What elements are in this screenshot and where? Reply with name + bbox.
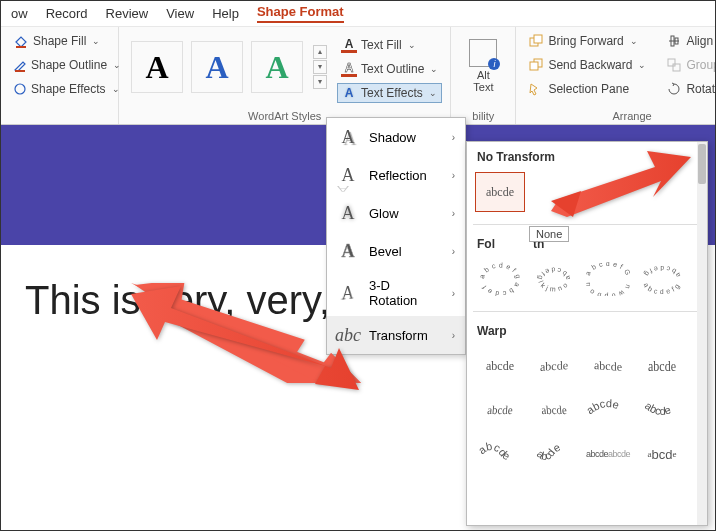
tab-review[interactable]: Review <box>106 6 149 21</box>
warp-thumb-1[interactable]: abcde <box>475 346 525 386</box>
follow-path-thumb-2[interactable]: a b c d e f g l k j m n o <box>529 259 579 299</box>
send-backward-button[interactable]: Send Backward⌄ <box>524 55 650 75</box>
warp-thumb-7[interactable]: abcde <box>583 390 633 430</box>
bevel-icon: A <box>337 240 359 262</box>
paint-bucket-icon <box>13 33 29 49</box>
rotate-button[interactable]: Rotate⌄ <box>662 79 716 99</box>
chevron-down-icon: ⌄ <box>429 88 437 98</box>
shape-effects-button[interactable]: Shape Effects⌄ <box>9 79 110 99</box>
follow-path-title: Follow PathFollow Path <box>467 229 707 255</box>
transform-flyout: No Transform abcde None Follow PathFollo… <box>466 141 708 526</box>
warp-thumb-8[interactable]: abcde <box>637 390 687 430</box>
glow-icon: A <box>337 202 359 224</box>
group-accessibility: Alt Text bility <box>451 27 516 124</box>
text-effects-menu: AShadow› AAReflection› AGlow› ABevel› A3… <box>326 117 466 355</box>
tab-window[interactable]: ow <box>11 6 28 21</box>
menu-reflection[interactable]: AAReflection› <box>327 156 465 194</box>
text-effects-button[interactable]: AText Effects⌄ <box>337 83 442 103</box>
menu-3d-rotation[interactable]: A3-D Rotation› <box>327 270 465 316</box>
gallery-spinner[interactable]: ▴▾▾ <box>313 45 327 89</box>
wordart-preset-2[interactable]: A <box>191 41 243 93</box>
alt-text-icon <box>469 39 497 67</box>
menu-shadow[interactable]: AShadow› <box>327 118 465 156</box>
arrange-label: Arrange <box>524 108 716 122</box>
bring-forward-button[interactable]: Bring Forward⌄ <box>524 31 650 51</box>
text-outline-icon: A <box>341 61 357 77</box>
svg-rect-0 <box>16 46 26 48</box>
rotate-icon <box>666 81 682 97</box>
warp-thumb-2[interactable]: abcde <box>529 344 579 387</box>
menu-bevel[interactable]: ABevel› <box>327 232 465 270</box>
accessibility-label: bility <box>459 108 507 122</box>
warp-thumb-6[interactable]: abcde <box>530 390 579 430</box>
pen-icon <box>13 57 27 73</box>
wordart-gallery[interactable]: A A A ▴▾▾ <box>127 31 331 103</box>
tab-record[interactable]: Record <box>46 6 88 21</box>
alt-text-button[interactable]: Alt Text <box>459 31 507 101</box>
tooltip-none: None <box>529 226 569 242</box>
follow-path-thumb-1[interactable]: a b c d e f g a b c d e f g <box>475 259 525 299</box>
svg-text:a b c d e f G h i j: a b c d e f G h i j <box>586 262 630 276</box>
warp-thumb-3[interactable]: abcde <box>583 344 633 387</box>
menubar: ow Record Review View Help Shape Format <box>1 1 715 27</box>
chevron-down-icon: ⌄ <box>92 36 100 46</box>
selection-pane-button[interactable]: Selection Pane <box>524 79 650 99</box>
menu-glow[interactable]: AGlow› <box>327 194 465 232</box>
shape-outline-button[interactable]: Shape Outline⌄ <box>9 55 110 75</box>
shadow-icon: A <box>337 126 359 148</box>
svg-rect-1 <box>15 70 25 72</box>
warp-thumb-12[interactable]: abcde <box>637 434 687 474</box>
align-button[interactable]: Align⌄ <box>662 31 716 51</box>
scrollbar-thumb[interactable] <box>698 144 706 184</box>
shape-fill-button[interactable]: Shape Fill⌄ <box>9 31 110 51</box>
tab-help[interactable]: Help <box>212 6 239 21</box>
chevron-right-icon: › <box>452 170 455 181</box>
text-fill-button[interactable]: AText Fill⌄ <box>337 35 442 55</box>
chevron-down-icon: ⌄ <box>630 36 638 46</box>
chevron-down-icon: ⌄ <box>408 40 416 50</box>
group-button[interactable]: Group⌄ <box>662 55 716 75</box>
follow-path-thumb-3[interactable]: a b c d e f G h i jn w o p b o u <box>583 259 633 299</box>
svg-point-2 <box>15 84 25 94</box>
chevron-down-icon: ⌄ <box>638 60 646 70</box>
warp-thumb-11[interactable]: abcdeabcde <box>583 434 633 474</box>
ribbon: Shape Fill⌄ Shape Outline⌄ Shape Effects… <box>1 27 715 125</box>
text-fill-icon: A <box>341 37 357 53</box>
chevron-right-icon: › <box>452 330 455 341</box>
reflection-icon: AA <box>337 164 359 186</box>
svg-rect-11 <box>673 64 680 71</box>
flyout-scrollbar[interactable] <box>697 142 707 525</box>
warp-thumb-5[interactable]: abcde <box>476 390 525 430</box>
chevron-right-icon: › <box>452 132 455 143</box>
tab-view[interactable]: View <box>166 6 194 21</box>
bring-forward-icon <box>528 33 544 49</box>
rotation-3d-icon: A <box>335 279 356 306</box>
wordart-preset-3[interactable]: A <box>251 41 303 93</box>
group-wordart-styles: A A A ▴▾▾ AText Fill⌄ AText Outline⌄ ATe… <box>119 27 451 124</box>
menu-transform[interactable]: abcTransform› <box>327 316 465 354</box>
wordart-preset-1[interactable]: A <box>131 41 183 93</box>
effects-icon <box>13 81 27 97</box>
svg-rect-10 <box>668 59 675 66</box>
no-transform-title: No Transform <box>467 142 707 168</box>
svg-text:a b c d e f g: a b c d e f g <box>642 265 681 278</box>
chevron-right-icon: › <box>452 288 455 299</box>
svg-text:abcde: abcde <box>535 441 562 463</box>
send-backward-icon <box>528 57 544 73</box>
svg-rect-4 <box>534 35 542 43</box>
warp-thumb-4[interactable]: abcde <box>637 343 687 389</box>
group-arrange: Bring Forward⌄ Send Backward⌄ Selection … <box>516 27 716 124</box>
svg-text:n w o p b o u: n w o p b o u <box>586 282 630 296</box>
warp-thumb-9[interactable]: abcde <box>475 434 525 474</box>
group-shape-styles: Shape Fill⌄ Shape Outline⌄ Shape Effects… <box>1 27 119 124</box>
svg-text:abcde: abcde <box>586 397 621 416</box>
svg-text:abcde: abcde <box>643 399 672 417</box>
svg-text:a b c d e f g: a b c d e f g <box>643 282 682 295</box>
no-transform-thumb[interactable]: abcde <box>475 172 525 212</box>
text-outline-button[interactable]: AText Outline⌄ <box>337 59 442 79</box>
tab-shape-format[interactable]: Shape Format <box>257 4 344 23</box>
warp-thumb-10[interactable]: abcde <box>529 434 579 474</box>
warp-title: Warp <box>467 316 707 342</box>
follow-path-thumb-4[interactable]: a b c d e f ga b c d e f g <box>637 259 687 299</box>
text-effects-icon: A <box>341 85 357 101</box>
